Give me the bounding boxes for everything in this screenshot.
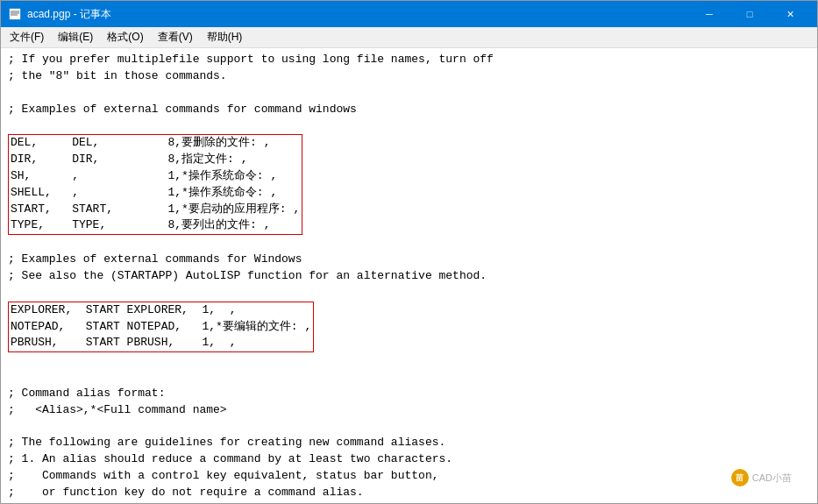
title-bar: acad.pgp - 记事本 ─ □ ✕ [1, 1, 817, 27]
menu-file[interactable]: 文件(F) [3, 28, 51, 46]
menu-edit[interactable]: 编辑(E) [51, 28, 100, 46]
menu-format[interactable]: 格式(O) [100, 28, 150, 46]
main-window: acad.pgp - 记事本 ─ □ ✕ 文件(F) 编辑(E) 格式(O) 查… [0, 0, 818, 504]
minimize-button[interactable]: ─ [689, 1, 729, 27]
window-title: acad.pgp - 记事本 [27, 7, 689, 22]
menu-help[interactable]: 帮助(H) [200, 28, 250, 46]
text-area[interactable]: ; If you prefer multiplefile support to … [1, 48, 817, 503]
content-wrapper: ; If you prefer multiplefile support to … [1, 48, 817, 503]
app-icon [8, 7, 22, 21]
menu-bar: 文件(F) 编辑(E) 格式(O) 查看(V) 帮助(H) [1, 27, 817, 48]
svg-rect-0 [10, 9, 20, 19]
close-button[interactable]: ✕ [770, 1, 810, 27]
watermark-text: CAD小苗 [752, 472, 792, 485]
window-controls: ─ □ ✕ [689, 1, 810, 27]
watermark: 苗 CAD小苗 [731, 469, 792, 486]
maximize-button[interactable]: □ [729, 1, 770, 27]
watermark-logo: 苗 [731, 469, 749, 486]
menu-view[interactable]: 查看(V) [151, 28, 200, 46]
